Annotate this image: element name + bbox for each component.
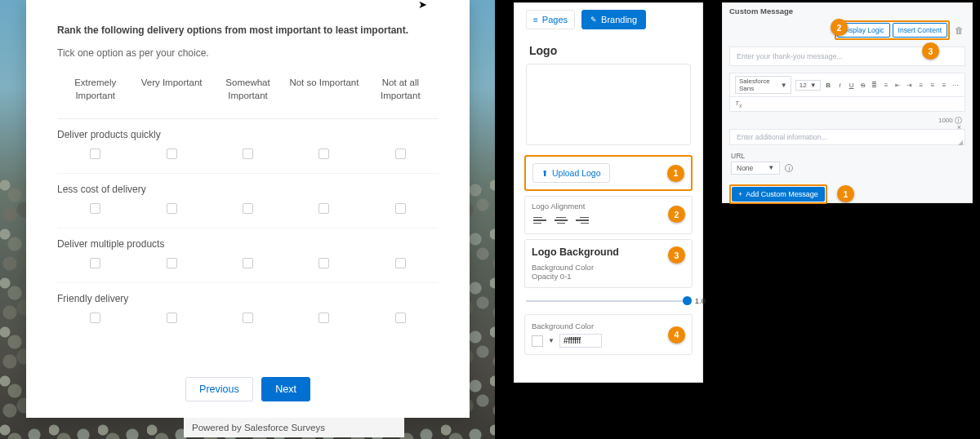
annotation-marker-4: 4 (668, 326, 685, 344)
align-left-icon[interactable] (532, 214, 548, 227)
rank-checkbox[interactable] (318, 313, 329, 323)
rank-checkbox[interactable] (243, 149, 253, 159)
hex-input[interactable] (559, 334, 602, 348)
tab-branding-label: Branding (601, 15, 637, 24)
insert-content-button[interactable]: Insert Content (893, 23, 947, 38)
annotation-marker-3: 3 (668, 246, 685, 264)
additional-info-input[interactable]: Enter additional information... × ◢ (729, 129, 965, 145)
rank-checkbox[interactable] (90, 149, 100, 159)
rank-checkbox[interactable] (167, 313, 177, 323)
branding-panel: ≡ Pages ✎ Branding Logo ⬆ Upload Logo 1 … (514, 2, 703, 383)
logo-heading: Logo (514, 36, 702, 62)
font-select[interactable]: Salesforce Sans▼ (735, 76, 791, 94)
rank-checkbox[interactable] (395, 203, 406, 214)
upload-icon: ⬆ (541, 169, 548, 178)
row-label: Deliver products quickly (57, 126, 439, 149)
annotation-marker-2: 2 (831, 19, 848, 36)
add-custom-message-button[interactable]: + Add Custom Message (732, 187, 825, 202)
rank-checkbox[interactable] (167, 203, 177, 214)
previous-button[interactable]: Previous (185, 377, 253, 401)
rank-checkbox[interactable] (167, 258, 177, 268)
resize-handle-icon[interactable]: ◢ (958, 139, 963, 146)
alignment-label: Logo Alignment (532, 202, 590, 211)
additional-info-placeholder: Enter additional information... (737, 133, 827, 141)
chevron-down-icon[interactable]: ▼ (548, 337, 555, 344)
size-select[interactable]: 12▼ (795, 80, 821, 91)
chevron-down-icon: ▼ (768, 164, 774, 171)
toolbar-row-2: Tx (729, 97, 965, 112)
align-center-icon[interactable]: ≡ (929, 82, 936, 89)
rank-checkbox[interactable] (90, 313, 100, 323)
custom-message-panel: Custom Message 2 Display Logic Insert Co… (722, 2, 973, 203)
rank-checkbox[interactable] (90, 258, 100, 268)
tab-pages[interactable]: ≡ Pages (526, 10, 575, 29)
powered-by: Powered by Salesforce Surveys (184, 418, 404, 437)
rank-checkbox[interactable] (318, 203, 329, 214)
bold-icon[interactable]: B (825, 82, 832, 89)
message-buttons-group: Display Logic Insert Content (835, 20, 950, 40)
rank-checkbox[interactable] (395, 149, 406, 159)
add-message-label: Add Custom Message (746, 190, 818, 198)
slider-thumb[interactable] (683, 296, 692, 305)
tab-pages-label: Pages (542, 15, 568, 24)
size-value: 12 (800, 82, 807, 89)
col-header: Very Important (133, 77, 209, 102)
color-swatch[interactable] (532, 335, 543, 347)
url-label: URL (723, 147, 972, 162)
font-value: Salesforce Sans (739, 78, 777, 92)
list-ul-icon[interactable]: ≣ (871, 82, 878, 89)
opacity-slider[interactable]: 1.0 (526, 293, 691, 309)
annotation-marker-3: 3 (922, 42, 939, 60)
italic-icon[interactable]: I (836, 82, 844, 89)
row-label: Deliver multiple products (57, 235, 439, 258)
rank-checkbox[interactable] (395, 313, 406, 323)
add-message-highlight: + Add Custom Message (729, 184, 827, 204)
annotation-marker-1: 1 (837, 185, 854, 202)
col-header: Somewhat Important (210, 77, 286, 102)
annotation-marker-2: 2 (668, 206, 685, 223)
row-label: Less cost of delivery (57, 180, 439, 203)
chevron-down-icon: ▼ (810, 82, 817, 89)
slider-value: 1.0 (695, 296, 706, 305)
survey-row: Deliver multiple products (57, 228, 439, 283)
bgcolor-label: Background Color (532, 321, 602, 330)
indent-icon[interactable]: ⇥ (906, 82, 913, 89)
char-count: 1000 i (723, 115, 972, 127)
more-icon[interactable]: ⋯ (952, 82, 960, 89)
survey-card: ➤ Rank the following delivery options fr… (26, 0, 470, 418)
logo-preview (526, 64, 691, 145)
rank-checkbox[interactable] (243, 258, 253, 268)
rank-checkbox[interactable] (243, 203, 253, 214)
slider-track (526, 300, 691, 302)
rank-checkbox[interactable] (318, 258, 329, 268)
outdent-icon[interactable]: ⇤ (894, 82, 902, 89)
clear-format-icon[interactable]: Tx (735, 100, 742, 107)
logo-background-block: Logo Background Background Color Opacity… (524, 239, 693, 288)
underline-icon[interactable]: U (848, 82, 855, 89)
upload-logo-block: ⬆ Upload Logo 1 (524, 155, 693, 191)
survey-row: Friendly delivery (57, 283, 439, 337)
pencil-icon: ✎ (590, 16, 597, 24)
strike-icon[interactable]: S (859, 82, 866, 89)
upload-logo-button[interactable]: ⬆ Upload Logo (532, 163, 610, 183)
align-right-icon[interactable] (574, 214, 590, 227)
trash-icon[interactable]: 🗑 (953, 25, 965, 35)
next-button[interactable]: Next (261, 377, 310, 401)
rank-checkbox[interactable] (167, 149, 177, 159)
close-icon[interactable]: × (957, 123, 961, 131)
col-header: Not so Important (286, 77, 362, 102)
background-color-block: Background Color ▼ 4 (524, 314, 693, 355)
logo-background-heading: Logo Background (532, 246, 621, 258)
rank-checkbox[interactable] (90, 203, 100, 214)
tab-branding[interactable]: ✎ Branding (581, 10, 646, 29)
list-ol-icon[interactable]: ≡ (883, 82, 890, 89)
align-right-icon[interactable]: ≡ (941, 82, 948, 89)
align-center-icon[interactable] (553, 214, 569, 227)
rank-checkbox[interactable] (318, 149, 329, 159)
custom-message-heading: Custom Message (723, 3, 972, 19)
rich-text-toolbar: Salesforce Sans▼ 12▼ B I U S ≣ ≡ ⇤ ⇥ ≡ ≡… (729, 73, 965, 97)
align-left-icon[interactable]: ≡ (917, 82, 924, 89)
rank-checkbox[interactable] (395, 258, 406, 268)
rank-checkbox[interactable] (243, 313, 253, 323)
url-select[interactable]: None ▼ (731, 162, 780, 175)
